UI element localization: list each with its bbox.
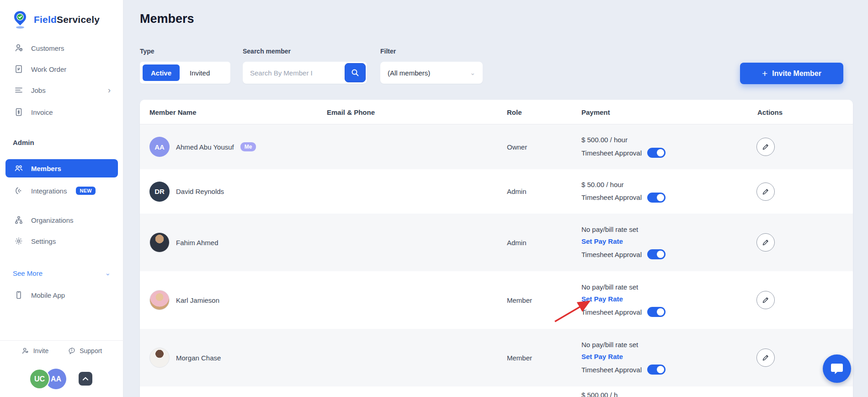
invoice-icon	[14, 107, 24, 117]
type-active-button[interactable]: Active	[143, 64, 180, 81]
sidebar-item-customers[interactable]: Customers	[5, 39, 118, 57]
sidebar-item-label: Organizations	[31, 216, 74, 224]
member-role: Member	[507, 329, 575, 386]
type-label: Type	[140, 48, 154, 55]
work-order-icon	[14, 64, 24, 74]
sidebar-item-work-order[interactable]: Work Order	[5, 60, 118, 78]
timesheet-approval-toggle[interactable]	[647, 307, 666, 317]
jobs-icon	[14, 86, 24, 95]
invite-link[interactable]: Invite	[21, 347, 48, 355]
no-rate-text: No pay/bill rate set	[581, 341, 638, 349]
timesheet-approval-label: Timesheet Approval	[581, 149, 642, 157]
search-button[interactable]	[345, 63, 366, 82]
see-more-link[interactable]: See More ⌄	[13, 269, 111, 277]
member-role: Member	[507, 271, 575, 329]
sidebar-item-label: Integrations	[31, 187, 67, 195]
edit-member-button[interactable]	[756, 233, 775, 252]
invite-label: Invite	[33, 347, 48, 354]
sidebar-item-integrations[interactable]: Integrations NEW	[5, 182, 118, 200]
timesheet-approval-toggle[interactable]	[647, 148, 666, 158]
col-email-phone: Email & Phone	[327, 100, 375, 124]
member-name-cell: DR David Reynolds	[149, 169, 323, 214]
pay-rate: $ 500.00 / hour	[581, 136, 628, 144]
pencil-icon	[762, 188, 769, 195]
mobile-app-icon	[14, 290, 24, 300]
sidebar-item-settings[interactable]: Settings	[5, 232, 118, 250]
payment-cell: No pay/bill rate set Set Pay Rate Timesh…	[581, 214, 755, 271]
sidebar-item-members[interactable]: Members	[5, 159, 118, 177]
table-row: Morgan Chase Member No pay/bill rate set…	[140, 329, 853, 386]
member-name-cell: Karl Jamieson	[149, 271, 323, 329]
brand-logo[interactable]: FieldServicely	[11, 10, 100, 29]
sidebar-item-label: Customers	[31, 44, 64, 52]
search-member-label: Search member	[243, 48, 291, 55]
col-payment: Payment	[581, 100, 610, 124]
payment-cell: $ 50.00 / hour Timesheet Approval	[581, 169, 755, 214]
avatar: DR	[149, 182, 170, 202]
table-row: Karl Jamieson Member No pay/bill rate se…	[140, 271, 853, 329]
member-role: Admin	[507, 169, 575, 214]
sidebar-item-invoice[interactable]: Invoice	[5, 103, 118, 121]
avatar-photo	[149, 232, 170, 252]
live-chat-button[interactable]	[823, 354, 851, 383]
avatar: AA	[149, 137, 170, 157]
sidebar-item-label: Members	[31, 165, 61, 172]
customers-icon	[14, 43, 24, 53]
set-pay-rate-link[interactable]: Set Pay Rate	[581, 353, 623, 360]
filter-dropdown[interactable]: (All members) ⌄	[380, 62, 483, 84]
no-rate-text: No pay/bill rate set	[581, 225, 638, 233]
pay-rate: $ 50.00 / hour	[581, 181, 624, 188]
sidebar-footer: Invite Support	[0, 340, 123, 360]
see-more-label: See More	[13, 269, 43, 277]
account-avatar-stack: AA UC	[0, 366, 123, 393]
member-role: Admin	[507, 214, 575, 271]
pencil-icon	[762, 143, 769, 150]
edit-member-button[interactable]	[756, 182, 775, 201]
brand-name: FieldServicely	[34, 14, 100, 25]
edit-member-button[interactable]	[756, 291, 775, 309]
member-name: Fahim Ahmed	[176, 239, 218, 247]
type-invited-button[interactable]: Invited	[180, 69, 220, 77]
timesheet-approval-toggle[interactable]	[647, 193, 666, 203]
sidebar-item-mobile-app[interactable]: Mobile App	[5, 286, 118, 304]
avatar-photo	[149, 290, 170, 310]
members-icon	[14, 164, 24, 173]
member-name: Morgan Chase	[176, 354, 221, 362]
invite-member-label: Invite Member	[772, 70, 821, 78]
search-input[interactable]	[243, 69, 345, 77]
no-rate-text: No pay/bill rate set	[581, 283, 638, 291]
set-pay-rate-link[interactable]: Set Pay Rate	[581, 237, 623, 245]
support-chat-icon	[68, 347, 76, 355]
support-label: Support	[80, 347, 102, 354]
payment-cell: No pay/bill rate set Set Pay Rate Timesh…	[581, 271, 755, 329]
timesheet-approval-toggle[interactable]	[647, 249, 666, 259]
table-header: Member Name Email & Phone Role Payment A…	[140, 100, 853, 124]
pencil-icon	[762, 354, 769, 361]
avatar-uc[interactable]: UC	[29, 369, 50, 389]
sidebar-item-label: Jobs	[31, 86, 46, 94]
timesheet-approval-toggle[interactable]	[647, 365, 666, 375]
type-segmented-control: Active Invited	[140, 62, 230, 84]
member-name: David Reynolds	[176, 188, 224, 195]
organizations-icon	[14, 215, 24, 225]
sidebar-item-label: Invoice	[31, 108, 53, 116]
support-link[interactable]: Support	[68, 347, 102, 355]
table-row: Fahim Ahmed Admin No pay/bill rate set S…	[140, 214, 853, 271]
settings-icon	[14, 236, 24, 246]
new-badge: NEW	[76, 187, 96, 195]
invite-member-button[interactable]: + Invite Member	[740, 63, 843, 84]
members-table: Member Name Email & Phone Role Payment A…	[140, 100, 853, 397]
set-pay-rate-link[interactable]: Set Pay Rate	[581, 295, 623, 303]
collapse-chevron-up-button[interactable]	[79, 372, 92, 386]
edit-member-button[interactable]	[756, 349, 775, 367]
timesheet-approval-label: Timesheet Approval	[581, 251, 642, 258]
sidebar-item-organizations[interactable]: Organizations	[5, 211, 118, 229]
sidebar-item-label: Work Order	[31, 65, 66, 73]
table-row: AA Ahmed Abu Yousuf Me Owner $ 500.00 / …	[140, 124, 853, 169]
sidebar-item-jobs[interactable]: Jobs ›	[5, 81, 118, 99]
chevron-down-icon: ⌄	[105, 269, 111, 277]
edit-member-button[interactable]	[756, 138, 775, 156]
member-name-cell: AA Ahmed Abu Yousuf Me	[149, 124, 323, 169]
chat-bubble-icon	[830, 362, 844, 375]
filter-label: Filter	[380, 48, 396, 55]
